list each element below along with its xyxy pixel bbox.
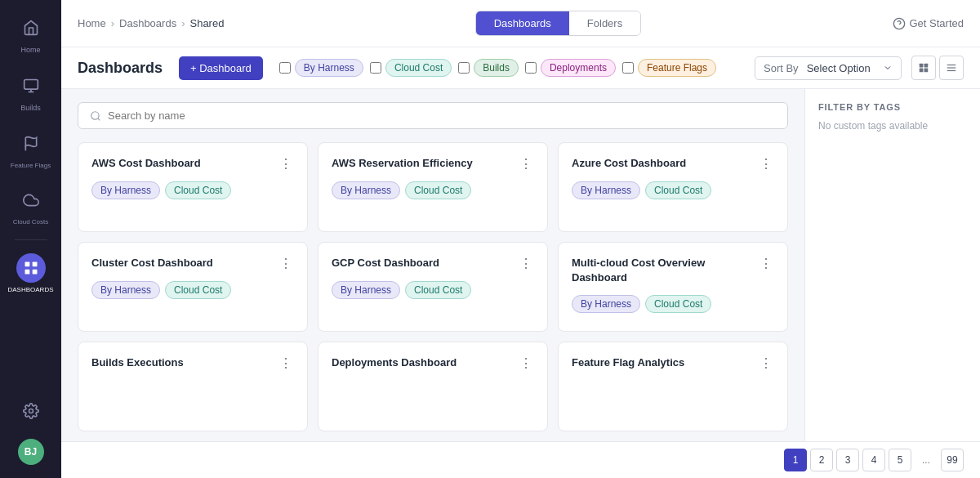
sort-value: Select Option [807, 62, 878, 74]
page-button-4[interactable]: 4 [862, 449, 885, 471]
card-tag: By Harness [572, 181, 640, 199]
svg-point-8 [29, 409, 33, 413]
sidebar-item-home[interactable]: Home [0, 7, 61, 61]
page-title: Dashboards [78, 60, 163, 77]
dashboard-card[interactable]: GCP Cost Dashboard ⋮ By HarnessCloud Cos… [318, 242, 548, 332]
page-button-2[interactable]: 2 [810, 449, 833, 471]
sidebar-item-settings[interactable] [13, 390, 49, 432]
svg-line-19 [98, 118, 100, 120]
dashboard-card[interactable]: Builds Executions ⋮ [78, 342, 308, 431]
dashboard-card[interactable]: AWS Cost Dashboard ⋮ By HarnessCloud Cos… [78, 142, 308, 232]
sidebar-item-ff-label: Feature Flags [11, 162, 51, 170]
svg-rect-0 [24, 79, 38, 89]
card-menu-button[interactable]: ⋮ [758, 256, 774, 271]
card-title: GCP Cost Dashboard [332, 256, 518, 270]
card-tag: By Harness [572, 295, 640, 313]
filter-by-harness[interactable]: By Harness [279, 59, 363, 77]
card-menu-button[interactable]: ⋮ [758, 156, 774, 172]
dashboards-icon [16, 253, 46, 283]
chevron-down-icon [883, 63, 893, 73]
dashboard-card[interactable]: Deployments Dashboard ⋮ [318, 342, 548, 431]
pagination-bar: 12345...99 [61, 441, 980, 478]
svg-rect-4 [24, 261, 29, 266]
dashboard-card[interactable]: Cluster Cost Dashboard ⋮ By HarnessCloud… [78, 242, 308, 332]
pagination-ellipsis: ... [915, 449, 938, 471]
card-menu-button[interactable]: ⋮ [278, 256, 294, 271]
page-button-3[interactable]: 3 [836, 449, 859, 471]
help-link[interactable]: Get Started [893, 17, 964, 30]
content-area: AWS Cost Dashboard ⋮ By HarnessCloud Cos… [61, 89, 980, 441]
breadcrumb-dashboards[interactable]: Dashboards [119, 17, 176, 29]
filter-feature-flags[interactable]: Feature Flags [622, 59, 716, 77]
filter-harness-pill: By Harness [295, 59, 363, 77]
card-header: Feature Flag Analytics ⋮ [572, 355, 774, 371]
home-icon [16, 13, 46, 42]
card-tags: By HarnessCloud Cost [332, 281, 534, 299]
sidebar: Home Builds Feature Flags Cloud Costs DA… [0, 0, 61, 478]
card-header: Builds Executions ⋮ [91, 355, 294, 371]
sidebar-item-dashboards[interactable]: DASHBOARDS [0, 247, 61, 301]
card-tag: By Harness [91, 181, 160, 199]
sidebar-item-cloud-label: Cloud Costs [13, 218, 49, 226]
top-header: Home › Dashboards › Shared Dashboards Fo… [61, 0, 980, 47]
filter-cloudcost-pill: Cloud Cost [385, 59, 452, 77]
tab-dashboards[interactable]: Dashboards [476, 11, 569, 35]
card-menu-button[interactable]: ⋮ [518, 256, 534, 271]
tab-folders[interactable]: Folders [569, 11, 640, 35]
card-menu-button[interactable]: ⋮ [518, 355, 534, 371]
add-dashboard-button[interactable]: + Dashboard [179, 56, 263, 80]
card-tag: Cloud Cost [405, 181, 471, 199]
breadcrumb-shared: Shared [189, 17, 224, 29]
search-icon [90, 110, 101, 122]
card-menu-button[interactable]: ⋮ [278, 156, 294, 172]
svg-rect-12 [924, 64, 929, 68]
card-header: Azure Cost Dashboard ⋮ [572, 156, 774, 172]
filter-cloudcost-checkbox[interactable] [370, 62, 381, 74]
page-button-1[interactable]: 1 [784, 449, 807, 471]
card-header: AWS Reservation Efficiency ⋮ [332, 156, 534, 172]
dashboard-card[interactable]: AWS Reservation Efficiency ⋮ By HarnessC… [318, 142, 548, 232]
search-input[interactable] [108, 109, 776, 122]
page-button-last[interactable]: 99 [941, 449, 964, 471]
help-icon [893, 17, 906, 30]
sidebar-item-cloud-costs[interactable]: Cloud Costs [0, 179, 61, 233]
dashboard-grid: AWS Cost Dashboard ⋮ By HarnessCloud Cos… [78, 142, 788, 431]
filter-builds[interactable]: Builds [458, 59, 519, 77]
sort-select[interactable]: Sort By Select Option [755, 56, 902, 80]
view-list-button[interactable] [939, 56, 964, 80]
page-button-5[interactable]: 5 [889, 449, 911, 471]
page-toolbar: Dashboards + Dashboard By Harness Cloud … [61, 47, 980, 89]
card-tags: By HarnessCloud Cost [572, 181, 774, 199]
card-header: Multi-cloud Cost Overview Dashboard ⋮ [572, 256, 774, 285]
card-menu-button[interactable]: ⋮ [758, 355, 774, 371]
dashboard-card[interactable]: Feature Flag Analytics ⋮ [558, 342, 788, 431]
view-grid-button[interactable] [911, 56, 936, 80]
card-tag: By Harness [332, 181, 400, 199]
sidebar-item-home-label: Home [20, 46, 40, 55]
card-menu-button[interactable]: ⋮ [518, 156, 534, 172]
card-menu-button[interactable]: ⋮ [278, 355, 294, 371]
tab-group: Dashboards Folders [475, 11, 641, 36]
card-header: GCP Cost Dashboard ⋮ [332, 256, 534, 271]
sidebar-item-feature-flags[interactable]: Feature Flags [0, 123, 61, 176]
filter-builds-checkbox[interactable] [458, 62, 470, 74]
card-title: Deployments Dashboard [332, 355, 518, 370]
sidebar-item-avatar[interactable]: BJ [13, 432, 49, 471]
filter-harness-checkbox[interactable] [279, 62, 291, 74]
svg-rect-7 [32, 269, 37, 274]
breadcrumb-home[interactable]: Home [78, 17, 106, 29]
breadcrumb-sep-2: › [181, 17, 185, 29]
filter-deployments[interactable]: Deployments [525, 59, 616, 77]
sidebar-item-builds[interactable]: Builds [0, 65, 61, 119]
dashboard-card[interactable]: Azure Cost Dashboard ⋮ By HarnessCloud C… [558, 142, 788, 232]
card-title: Feature Flag Analytics [572, 355, 758, 370]
svg-point-18 [91, 111, 99, 118]
card-title: Builds Executions [91, 355, 278, 370]
dashboard-card[interactable]: Multi-cloud Cost Overview Dashboard ⋮ By… [558, 242, 788, 332]
sidebar-bottom: BJ [13, 390, 49, 471]
filter-cloud-cost[interactable]: Cloud Cost [370, 59, 452, 77]
card-tag: By Harness [91, 281, 160, 299]
filter-ff-checkbox[interactable] [622, 62, 634, 74]
filter-deployments-pill: Deployments [541, 59, 616, 77]
filter-deployments-checkbox[interactable] [525, 62, 537, 74]
